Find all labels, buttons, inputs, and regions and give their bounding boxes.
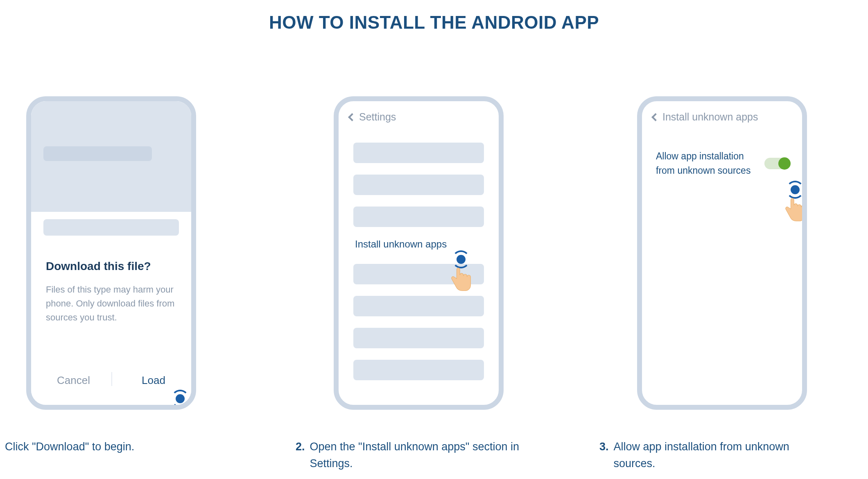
tap-hand-icon <box>777 179 807 223</box>
phone-mockup-1: Download this file? Files of this type m… <box>26 96 196 410</box>
cancel-button[interactable]: Cancel <box>57 374 90 387</box>
sheet-title: Download this file? <box>46 260 176 273</box>
load-button[interactable]: Load <box>142 374 165 387</box>
placeholder-bar <box>43 146 152 161</box>
chevron-left-icon <box>651 113 660 121</box>
placeholder-bar <box>353 175 484 195</box>
allow-unknown-row: Allow app installation from unknown sour… <box>642 130 802 177</box>
phone1-top-area <box>31 101 191 212</box>
header-title: Settings <box>359 111 396 123</box>
settings-header[interactable]: Settings <box>339 101 499 130</box>
header-title: Install unknown apps <box>662 111 758 123</box>
caption-number: 2. <box>296 438 305 472</box>
chevron-left-icon <box>348 113 356 121</box>
step-2-caption: 2. Open the "Install unknown apps" secti… <box>296 438 523 472</box>
placeholder-bar <box>353 207 484 227</box>
toggle-knob <box>778 157 791 170</box>
placeholder-bar <box>353 360 484 380</box>
toggle-label: Allow app installation from unknown sour… <box>656 149 756 177</box>
placeholder-bar <box>353 264 484 284</box>
caption-text: Open the "Install unknown apps" section … <box>310 438 523 472</box>
placeholder-bar <box>353 296 484 316</box>
sheet-body: Files of this type may harm your phone. … <box>46 283 176 325</box>
step-3-caption: 3. Allow app installation from unknown s… <box>599 438 827 472</box>
install-unknown-header[interactable]: Install unknown apps <box>642 101 802 130</box>
allow-unknown-toggle[interactable] <box>764 158 790 169</box>
download-sheet: Download this file? Files of this type m… <box>31 241 191 405</box>
caption-number: 3. <box>599 438 609 472</box>
caption-text: Allow app installation from unknown sour… <box>614 438 827 472</box>
placeholder-bar <box>43 219 179 236</box>
phone-mockup-2: Settings Install unknown apps <box>334 96 504 410</box>
step-2: Settings Install unknown apps <box>334 96 504 410</box>
step-3: Install unknown apps Allow app installat… <box>637 96 807 410</box>
install-unknown-apps-item[interactable]: Install unknown apps <box>355 238 484 250</box>
step-1: Download this file? Files of this type m… <box>26 96 196 410</box>
step-1-caption: Click "Download" to begin. <box>0 438 134 455</box>
placeholder-bar <box>353 143 484 163</box>
settings-list: Install unknown apps <box>339 130 499 380</box>
page-title: HOW TO INSTALL THE ANDROID APP <box>0 0 868 74</box>
caption-text: Click "Download" to begin. <box>5 438 134 455</box>
placeholder-bar <box>353 328 484 348</box>
phone-mockup-3: Install unknown apps Allow app installat… <box>637 96 807 410</box>
